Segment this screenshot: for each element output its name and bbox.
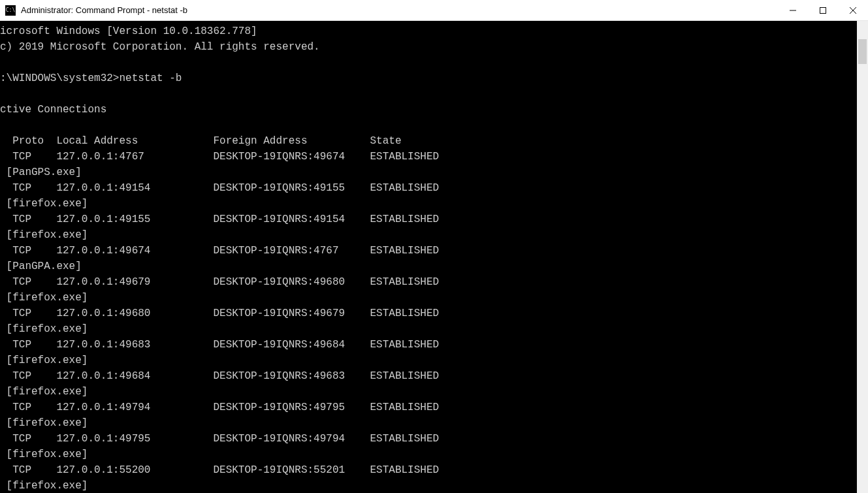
maximize-icon xyxy=(820,7,826,14)
cmd-icon: C:\ xyxy=(5,5,16,16)
minimize-button[interactable] xyxy=(778,0,808,20)
window-title: Administrator: Command Prompt - netstat … xyxy=(21,5,778,15)
vertical-scrollbar[interactable] xyxy=(857,21,868,493)
minimize-icon xyxy=(790,7,796,14)
console-output[interactable]: icrosoft Windows [Version 10.0.18362.778… xyxy=(0,21,857,493)
close-icon xyxy=(850,7,856,14)
title-bar: C:\ Administrator: Command Prompt - nets… xyxy=(0,0,868,21)
svg-rect-1 xyxy=(820,7,826,13)
close-button[interactable] xyxy=(838,0,868,20)
maximize-button[interactable] xyxy=(808,0,838,20)
window-controls xyxy=(778,0,868,20)
scrollbar-thumb[interactable] xyxy=(858,39,867,64)
